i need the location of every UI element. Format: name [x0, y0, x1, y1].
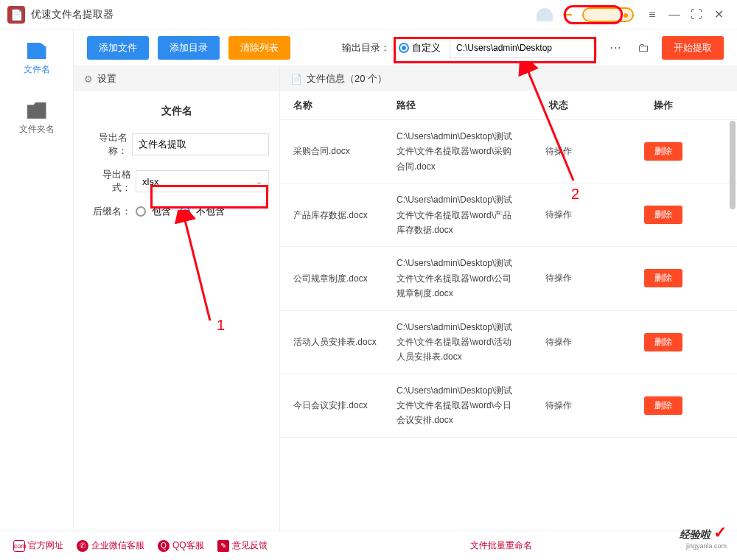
- settings-panel: ⚙ 设置 文件名 导出名称： 导出格式： xlsx ⌄ 后缀名： 包含: [74, 66, 280, 531]
- export-format-label: 导出格式：: [84, 168, 136, 195]
- add-file-button[interactable]: 添加文件: [87, 36, 149, 60]
- custom-dir-label: 自定义: [412, 41, 441, 55]
- settings-group-title: 文件名: [84, 105, 269, 118]
- upgrade-pill[interactable]: [582, 7, 634, 22]
- cell-op: 删除: [603, 142, 724, 161]
- table-header: 名称 路径 状态 操作: [280, 91, 737, 120]
- delete-button[interactable]: 删除: [644, 206, 682, 224]
- export-name-label: 导出名称：: [84, 131, 132, 158]
- main-area: ⚙ 设置 文件名 导出名称： 导出格式： xlsx ⌄ 后缀名： 包含: [74, 66, 737, 531]
- settings-header: ⚙ 设置: [74, 66, 279, 91]
- cell-path: C:\Users\admin\Desktop\测试文件\文件名提取器\word\…: [397, 383, 514, 428]
- sidebar-item-label: 文件夹名: [19, 123, 55, 136]
- file-table: 名称 路径 状态 操作 采购合同.docxC:\Users\admin\Desk…: [280, 91, 737, 531]
- more-icon[interactable]: ⋯: [606, 38, 625, 57]
- chevron-down-icon: ⌄: [256, 177, 262, 186]
- cell-name: 活动人员安排表.docx: [293, 335, 397, 349]
- cell-path: C:\Users\admin\Desktop\测试文件\文件名提取器\word\…: [397, 256, 514, 301]
- table-row: 产品库存数据.docxC:\Users\admin\Desktop\测试文件\文…: [280, 183, 737, 247]
- watermark: 经验啦 ✓ jingyanla.com: [680, 523, 727, 550]
- cell-status: 待操作: [514, 272, 603, 284]
- suffix-label: 后缀名：: [84, 205, 136, 218]
- cell-name: 产品库存数据.docx: [293, 208, 397, 223]
- cell-path: C:\Users\admin\Desktop\测试文件\文件名提取器\word\…: [397, 320, 514, 365]
- qq-support-link[interactable]: Q QQ客服: [158, 539, 204, 552]
- table-row: 公司规章制度.docxC:\Users\admin\Desktop\测试文件\文…: [280, 247, 737, 310]
- cell-path: C:\Users\admin\Desktop\测试文件\文件名提取器\word\…: [397, 129, 514, 174]
- file-icon: 📄: [290, 74, 302, 85]
- outdir-label: 输出目录：: [342, 41, 390, 55]
- gear-icon: ⚙: [84, 74, 93, 85]
- annotation-number-1: 1: [217, 317, 225, 334]
- scrollbar[interactable]: [730, 91, 736, 531]
- suffix-include-radio[interactable]: [136, 206, 146, 217]
- wechat-icon: ✆: [77, 540, 88, 552]
- cell-status: 待操作: [514, 209, 603, 221]
- delete-button[interactable]: 删除: [644, 142, 682, 161]
- qq-icon: Q: [158, 540, 170, 552]
- folder-icon: [27, 102, 46, 119]
- file-info-panel: 📄 文件信息（20 个） 名称 路径 状态 操作 采购合同.docxC:\Use…: [280, 66, 737, 531]
- delete-button[interactable]: 删除: [644, 396, 682, 415]
- cell-path: C:\Users\admin\Desktop\测试文件\文件名提取器\word\…: [397, 192, 514, 237]
- app-title: 优速文件名提取器: [31, 8, 113, 21]
- batch-rename-link[interactable]: 文件批量重命名: [470, 539, 532, 552]
- close-button[interactable]: ✕: [708, 4, 730, 26]
- cell-name: 今日会议安排.docx: [293, 398, 397, 413]
- cell-status: 待操作: [514, 399, 603, 412]
- file-info-header: 📄 文件信息（20 个）: [280, 66, 737, 91]
- footer: .com 官方网址 ✆ 企业微信客服 Q QQ客服 ✎ 意见反馈 文件批量重命名: [0, 531, 737, 560]
- file-icon: [27, 43, 46, 59]
- cell-status: 待操作: [514, 336, 603, 349]
- title-bar: 📄 优速文件名提取器 ≡ — ⛶ ✕: [0, 0, 737, 29]
- annotation-number-2: 2: [571, 186, 579, 203]
- app-logo-icon: 📄: [7, 6, 25, 24]
- sidebar-item-filename[interactable]: 文件名: [0, 29, 73, 89]
- add-dir-button[interactable]: 添加目录: [158, 36, 220, 60]
- export-format-select[interactable]: xlsx ⌄: [136, 170, 269, 192]
- cell-op: 删除: [603, 206, 724, 224]
- start-extract-button[interactable]: 开始提取: [662, 36, 724, 60]
- delete-button[interactable]: 删除: [644, 333, 682, 351]
- custom-dir-radio[interactable]: [399, 43, 409, 53]
- table-row: 活动人员安排表.docxC:\Users\admin\Desktop\测试文件\…: [280, 311, 737, 374]
- export-name-input[interactable]: [132, 133, 269, 155]
- cell-op: 删除: [603, 269, 724, 287]
- web-icon: .com: [13, 540, 25, 552]
- user-icon: [537, 8, 553, 21]
- suffix-exclude-radio[interactable]: [180, 206, 190, 217]
- feedback-icon: ✎: [217, 540, 229, 552]
- clear-list-button[interactable]: 清除列表: [228, 36, 290, 60]
- cell-name: 公司规章制度.docx: [293, 271, 397, 286]
- table-row: 采购合同.docxC:\Users\admin\Desktop\测试文件\文件名…: [280, 120, 737, 183]
- sidebar: 文件名 文件夹名: [0, 29, 74, 531]
- cell-name: 采购合同.docx: [293, 144, 397, 158]
- cell-op: 删除: [603, 396, 724, 415]
- toolbar: 添加文件 添加目录 清除列表 输出目录： 自定义 ⋯ 🗀 开始提取: [74, 29, 737, 66]
- cell-op: 删除: [603, 333, 724, 351]
- cell-status: 待操作: [514, 145, 603, 158]
- feedback-link[interactable]: ✎ 意见反馈: [217, 539, 268, 552]
- browse-folder-icon[interactable]: 🗀: [634, 38, 653, 57]
- sidebar-item-label: 文件名: [24, 63, 50, 76]
- official-site-link[interactable]: .com 官方网址: [13, 539, 63, 552]
- sidebar-item-foldername[interactable]: 文件夹名: [0, 89, 73, 149]
- table-row: 今日会议安排.docxC:\Users\admin\Desktop\测试文件\文…: [280, 374, 737, 438]
- minimize-button[interactable]: —: [663, 4, 685, 26]
- wechat-support-link[interactable]: ✆ 企业微信客服: [77, 539, 144, 552]
- delete-button[interactable]: 删除: [644, 269, 682, 287]
- outdir-input[interactable]: [450, 38, 597, 58]
- maximize-button[interactable]: ⛶: [685, 4, 708, 26]
- scrollbar-thumb[interactable]: [730, 121, 736, 209]
- decorative-icon: [560, 10, 575, 20]
- menu-icon[interactable]: ≡: [641, 4, 663, 26]
